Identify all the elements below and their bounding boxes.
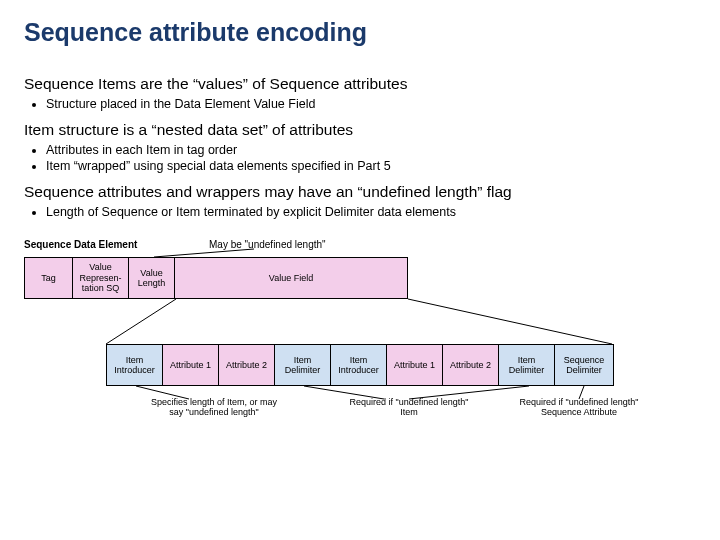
page-title: Sequence attribute encoding (24, 18, 696, 47)
encoding-diagram: Sequence Data Element May be "undefined … (24, 229, 704, 439)
top-cell-tag: Tag (25, 258, 73, 298)
section-bullets: Length of Sequence or Item terminated by… (24, 205, 696, 219)
section-heading: Sequence Items are the “values” of Seque… (24, 75, 696, 93)
section-1: Sequence Items are the “values” of Seque… (24, 75, 696, 111)
note-req-item: Required if "undefined length" Item (344, 397, 474, 418)
section-2: Item structure is a “nested data set” of… (24, 121, 696, 173)
top-label-left: Sequence Data Element (24, 239, 137, 250)
bot-cell-seq-delimiter: Sequence Delimiter (555, 345, 613, 385)
top-label-right: May be "undefined length" (209, 239, 326, 250)
note-spec-length: Specifies length of Item, or may say "un… (144, 397, 284, 418)
top-cell-vl: Value Length (129, 258, 175, 298)
bot-cell-attr1-b: Attribute 1 (387, 345, 443, 385)
bullet-item: Attributes in each Item in tag order (46, 143, 696, 157)
note-req-seq: Required if "undefined length" Sequence … (504, 397, 654, 418)
svg-line-1 (106, 299, 176, 344)
bot-cell-attr1-a: Attribute 1 (163, 345, 219, 385)
section-heading: Item structure is a “nested data set” of… (24, 121, 696, 139)
bullet-item: Structure placed in the Data Element Val… (46, 97, 696, 111)
section-heading: Sequence attributes and wrappers may hav… (24, 183, 696, 201)
section-bullets: Structure placed in the Data Element Val… (24, 97, 696, 111)
bot-cell-item-delimiter-1: Item Delimiter (275, 345, 331, 385)
top-cell-vr: Value Represen- tation SQ (73, 258, 129, 298)
bottom-row: Item Introducer Attribute 1 Attribute 2 … (106, 344, 614, 386)
svg-line-2 (408, 299, 612, 344)
bot-cell-item-introducer-2: Item Introducer (331, 345, 387, 385)
bot-cell-attr2-b: Attribute 2 (443, 345, 499, 385)
bullet-item: Length of Sequence or Item terminated by… (46, 205, 696, 219)
section-bullets: Attributes in each Item in tag order Ite… (24, 143, 696, 173)
top-cell-vf: Value Field (175, 258, 407, 298)
bot-cell-item-delimiter-2: Item Delimiter (499, 345, 555, 385)
bot-cell-item-introducer-1: Item Introducer (107, 345, 163, 385)
top-row: Tag Value Represen- tation SQ Value Leng… (24, 257, 408, 299)
svg-line-0 (154, 249, 254, 257)
bullet-item: Item “wrapped” using special data elemen… (46, 159, 696, 173)
bot-cell-attr2-a: Attribute 2 (219, 345, 275, 385)
section-3: Sequence attributes and wrappers may hav… (24, 183, 696, 219)
